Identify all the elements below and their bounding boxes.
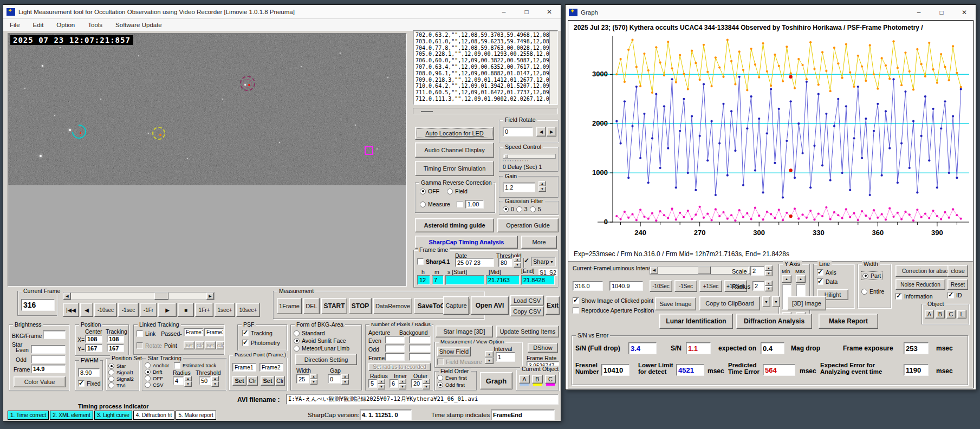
data-point[interactable] (770, 84, 772, 87)
data-point[interactable] (869, 194, 871, 196)
px-inner-field[interactable]: 6 (390, 379, 398, 388)
timing-error-sim-button[interactable]: Timing Error Simulation (415, 161, 494, 176)
data-point[interactable] (730, 110, 732, 112)
direction-setting-button[interactable]: Direction Setting (295, 354, 357, 365)
data-point[interactable] (706, 212, 709, 214)
data-point[interactable] (813, 145, 815, 147)
sharp-dropdown[interactable]: Sharp▼ (531, 257, 556, 266)
data-point[interactable] (853, 212, 855, 214)
data-point[interactable] (706, 159, 709, 161)
data-point[interactable] (809, 186, 812, 188)
data-point[interactable] (726, 218, 729, 220)
data-point[interactable] (912, 88, 914, 90)
data-point[interactable] (675, 81, 677, 83)
data-point[interactable] (916, 209, 918, 211)
data-point[interactable] (948, 79, 950, 81)
bkg-avoid-radio[interactable] (294, 338, 300, 344)
data-point[interactable] (960, 86, 962, 88)
obj-c-button[interactable]: C (946, 310, 956, 318)
trk-csv-radio[interactable] (145, 382, 151, 388)
data-point[interactable] (897, 67, 899, 69)
lunar-id-button[interactable]: Lunar Identification (659, 314, 733, 329)
data-point[interactable] (888, 207, 891, 209)
data-point[interactable] (659, 61, 661, 63)
transport-10sec-button[interactable]: -10sec (94, 303, 117, 317)
scale-spinner[interactable]: ▲▼ (765, 265, 773, 276)
data-point[interactable] (687, 210, 689, 212)
data-point[interactable] (790, 100, 792, 102)
data-point[interactable] (877, 217, 879, 219)
data-point[interactable] (615, 120, 618, 122)
bkg-meteor-radio[interactable] (294, 346, 300, 352)
posset-signal2-radio[interactable] (108, 376, 114, 382)
information-checkbox[interactable] (895, 293, 902, 300)
measure-del-button[interactable]: DEL (303, 298, 320, 314)
asteroid-guide-button[interactable]: Asteroid timing guide (415, 218, 494, 232)
csv-output[interactable]: 702.0,63.2,"",12,08,59.3703,59.4968,12,0… (413, 30, 558, 105)
obj-a-button[interactable]: A (925, 310, 934, 318)
dropdown2-icon[interactable]: ▼ (772, 296, 780, 307)
mid-field[interactable]: 21.7163 (486, 275, 520, 285)
px-odd-ap-field[interactable] (385, 344, 405, 352)
data-point[interactable] (738, 76, 741, 78)
data-point[interactable] (663, 214, 665, 216)
data-point[interactable] (726, 39, 729, 41)
data-point[interactable] (821, 164, 823, 166)
psf-tracking-checkbox[interactable] (242, 330, 249, 336)
sharp41-checkbox[interactable] (417, 258, 424, 265)
copy-clipboard-button[interactable]: Copy to ClipBoard (699, 296, 760, 310)
obj-l-button[interactable]: L (957, 310, 966, 318)
gamma-field-radio[interactable] (447, 188, 453, 194)
field-rotate-left-icon[interactable]: ◀ (536, 127, 546, 136)
trk-threshold-spinner[interactable]: ▲▼ (211, 376, 219, 387)
data-point[interactable] (892, 40, 894, 42)
graph-scrollbar-thumb[interactable] (698, 266, 711, 274)
passed-frame1-field[interactable]: Frame1 (232, 363, 256, 372)
data-point[interactable] (892, 78, 894, 80)
passed-frame2-field[interactable]: Frame2 (259, 363, 283, 372)
data-point[interactable] (801, 152, 803, 154)
data-point[interactable] (766, 211, 768, 213)
data-point[interactable] (786, 46, 788, 48)
transport-1sec-button[interactable]: 1sec+ (215, 303, 235, 317)
data-point[interactable] (631, 213, 633, 215)
light-curve-chart[interactable]: 0100020003000240270300330360390 (569, 31, 972, 248)
auto-location-led-button[interactable]: Auto Location for LED (415, 127, 494, 140)
data-point[interactable] (679, 54, 681, 56)
data-point[interactable] (750, 48, 752, 50)
data-point[interactable] (667, 217, 669, 219)
data-point[interactable] (952, 208, 954, 210)
data-point[interactable] (837, 62, 839, 64)
data-point[interactable] (758, 118, 760, 120)
data-point[interactable] (718, 66, 721, 68)
fwhm-field[interactable]: 8.90 (78, 368, 100, 377)
set-radius-button[interactable]: Set radius to recorded (368, 363, 431, 371)
copy-csv-button[interactable]: Copy CSV (510, 306, 544, 316)
data-point[interactable] (754, 207, 756, 209)
data-point[interactable] (722, 211, 724, 213)
data-point[interactable] (695, 213, 697, 216)
linked-frame1-field[interactable]: Frame1 (184, 328, 203, 336)
operation-guide-button[interactable]: Operation Guide (497, 218, 559, 232)
data-point[interactable] (659, 167, 661, 169)
width-part-radio[interactable] (862, 273, 868, 279)
px-frame-ap-field[interactable] (385, 353, 405, 361)
data-point[interactable] (643, 53, 645, 55)
minimize-icon[interactable]: – (492, 5, 515, 18)
make-report-button[interactable]: Make Report (819, 314, 878, 329)
data-point[interactable] (908, 213, 911, 216)
data-point[interactable] (624, 81, 626, 83)
rotate-checkbox[interactable] (137, 342, 143, 349)
graph-10Sec-button[interactable]: -10Sec (650, 280, 672, 292)
data-point[interactable] (671, 207, 673, 210)
data-point[interactable] (762, 218, 764, 220)
scroll-right-icon[interactable]: ▶ (206, 292, 214, 300)
x-center-field[interactable]: 108 (85, 335, 102, 343)
data-point[interactable] (794, 177, 796, 179)
measure-dataremove-button[interactable]: DataRemove (373, 298, 412, 314)
selected-frame-point[interactable] (789, 75, 792, 79)
data-point[interactable] (655, 93, 657, 95)
data-point[interactable] (742, 184, 744, 186)
y-tracking-field[interactable]: 167 (107, 344, 124, 352)
data-point[interactable] (639, 157, 641, 159)
